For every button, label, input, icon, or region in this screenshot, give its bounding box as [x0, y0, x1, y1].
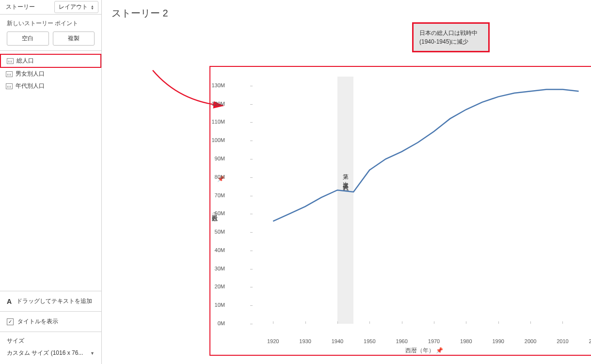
- size-label: サイズ: [7, 337, 95, 345]
- size-value: カスタム サイズ (1016 x 76...: [7, 349, 83, 357]
- y-tick-label: 30M: [206, 266, 225, 271]
- sheet-list: 総人口 男女別人口 年代別人口: [0, 50, 101, 95]
- y-tick-label: 110M: [206, 119, 225, 125]
- sheet-icon: [7, 58, 14, 64]
- plot-area[interactable]: 第２次世界大戦 西暦（年） 📌 0M10M20M30M40M50M60M70M8…: [233, 72, 591, 333]
- y-tick-label: 60M: [206, 210, 225, 216]
- y-tick-label: 50M: [206, 229, 225, 235]
- x-tick-label: 1950: [364, 338, 375, 344]
- sheet-item-label: 年代別人口: [16, 82, 45, 90]
- x-tick-label: 1920: [267, 338, 279, 344]
- x-tick-label: 1980: [460, 338, 472, 344]
- new-story-point-label: 新しいストーリー ポイント: [0, 15, 101, 32]
- x-axis-label: 西暦（年） 📌: [405, 347, 443, 355]
- y-tick-label: 10M: [206, 302, 225, 308]
- x-tick-label: 2000: [525, 338, 536, 344]
- y-tick-label: 0M: [206, 320, 225, 326]
- x-tick-label: 1960: [396, 338, 407, 344]
- y-tick-label: 70M: [206, 192, 225, 198]
- x-tick-label: 2020: [589, 338, 591, 344]
- sheet-icon: [6, 71, 13, 77]
- tab-layout-label: レイアウト: [59, 3, 88, 11]
- y-tick-label: 20M: [206, 284, 225, 289]
- sheet-item-age[interactable]: 年代別人口: [0, 80, 101, 92]
- y-tick-label: 100M: [206, 137, 225, 143]
- show-title-checkbox[interactable]: ✓: [7, 318, 14, 325]
- sheet-item-label: 総人口: [16, 57, 34, 65]
- y-tick-label: 130M: [206, 82, 225, 88]
- blank-button[interactable]: 空白: [7, 32, 49, 46]
- x-tick-label: 1940: [332, 338, 343, 344]
- y-tick-label: 120M: [206, 101, 225, 107]
- pin-icon: 📌: [436, 347, 443, 354]
- tab-story[interactable]: ストーリー: [0, 0, 41, 14]
- y-tick-label: 90M: [206, 156, 225, 161]
- y-tick-label: 40M: [206, 247, 225, 253]
- story-caption[interactable]: 日本の総人口は戦時中(1940-1945)に減少: [412, 22, 490, 52]
- drag-text-item[interactable]: A ドラッグしてテキストを追加: [0, 291, 101, 311]
- sheet-icon: [6, 83, 13, 89]
- size-select[interactable]: カスタム サイズ (1016 x 76... ▼: [7, 349, 95, 357]
- duplicate-button[interactable]: 複製: [53, 32, 95, 46]
- drag-text-label: ドラッグしてテキストを追加: [16, 297, 92, 305]
- x-tick-label: 1930: [299, 338, 311, 344]
- x-tick-label: 1970: [428, 338, 440, 344]
- tab-layout-select[interactable]: レイアウト ▲▼: [54, 1, 98, 13]
- text-icon: A: [7, 298, 12, 305]
- story-title: ストーリー 2: [112, 7, 586, 20]
- chart-view[interactable]: 人口（総数） 📌 第２次世界大戦 西暦（年） 📌 0M10M20M30M40M5…: [210, 68, 591, 354]
- x-tick-label: 2010: [557, 338, 568, 344]
- x-tick-label: 1990: [492, 338, 504, 344]
- sheet-item-gender[interactable]: 男女別人口: [0, 68, 101, 80]
- sheet-item-total[interactable]: 総人口: [0, 54, 101, 68]
- updown-icon: ▲▼: [91, 5, 94, 10]
- show-title-label: タイトルを表示: [17, 317, 58, 326]
- sheet-item-label: 男女別人口: [16, 70, 45, 78]
- chevron-down-icon: ▼: [90, 351, 95, 356]
- y-tick-label: 80M: [206, 174, 225, 180]
